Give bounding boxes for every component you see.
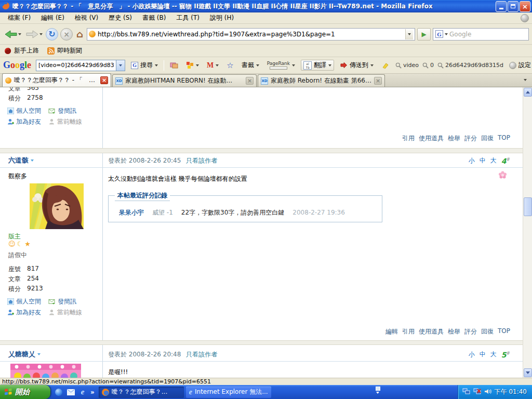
collapsed-toolbar-handle[interactable] [373, 387, 382, 397]
online-status: 當前離線 [48, 308, 82, 317]
scroll-down-button[interactable] [524, 368, 532, 377]
bookmark-star-button[interactable]: ☆ [224, 60, 235, 71]
home-button[interactable]: ⌂ [75, 29, 85, 39]
send-message-link[interactable]: 發簡訊 [48, 297, 76, 306]
google-search-combo[interactable] [36, 60, 125, 71]
report-link[interactable]: 檢舉 [448, 327, 460, 336]
menu-help[interactable]: 說明 (H) [205, 12, 238, 23]
tab-close-button[interactable]: × [100, 76, 108, 84]
search-engine-dropdown[interactable] [445, 33, 448, 35]
highlight-word-button[interactable]: 0 [422, 62, 434, 69]
apps-cube-button[interactable] [184, 60, 201, 70]
bookmark-latest-news[interactable]: 即時新聞 [47, 46, 82, 55]
font-small-link[interactable]: 小 [469, 156, 475, 165]
go-button[interactable]: ▶ [417, 28, 431, 41]
font-medium-link[interactable]: 中 [480, 350, 486, 359]
quick-launch-ie-icon[interactable]: e [78, 388, 87, 396]
menu-history[interactable]: 歷史 (S) [104, 12, 137, 23]
quick-launch-media-icon[interactable] [55, 388, 63, 396]
top-link[interactable]: TOP [498, 134, 510, 143]
highlight-word-button[interactable]: video [395, 62, 419, 69]
tab-reborn-hitman[interactable]: XD 家庭教師HITMAN REBORN! 在線動... × [112, 74, 257, 87]
menu-edit[interactable]: 編輯 (E) [36, 12, 69, 23]
gmail-button[interactable]: M [205, 60, 221, 71]
use-magic-link[interactable]: 使用道具 [419, 327, 444, 336]
author-username[interactable]: 乂糖糖乂 [8, 350, 41, 359]
only-author-link[interactable]: 只看該作者 [186, 156, 217, 165]
edit-link[interactable]: 編輯 [385, 327, 398, 336]
google-g-icon[interactable]: G [435, 30, 443, 38]
rate-link[interactable]: 評分 [464, 134, 477, 143]
reply-link[interactable]: 回復 [481, 327, 494, 336]
minimize-button[interactable] [496, 1, 507, 12]
taskbar-task-ie[interactable]: e Internet Explorer 無法... [186, 387, 271, 398]
tab-reborn-ep66[interactable]: XD 家庭教師 Reborn! 在線動畫 第66話 -... × [258, 74, 385, 87]
scroll-up-button[interactable] [524, 88, 532, 97]
web-search-input[interactable] [449, 31, 527, 38]
top-link[interactable]: TOP [498, 327, 510, 336]
send-to-button[interactable]: 傳送到 [338, 60, 376, 71]
forward-button[interactable] [24, 28, 44, 41]
profile-space-link[interactable]: 個人空間 [7, 297, 41, 306]
google-search-input[interactable] [36, 62, 116, 69]
search-history-dropdown[interactable] [116, 60, 125, 71]
use-magic-link[interactable]: 使用道具 [419, 134, 444, 143]
back-button[interactable] [3, 28, 22, 41]
report-link[interactable]: 檢舉 [448, 134, 460, 143]
menu-bookmarks[interactable]: 書籤 (B) [138, 12, 170, 23]
font-large-link[interactable]: 大 [490, 350, 497, 359]
font-large-link[interactable]: 大 [490, 156, 497, 165]
scrollbar-thumb[interactable] [524, 197, 532, 216]
author-username[interactable]: 六道骸 [8, 156, 34, 165]
search-box[interactable]: G [433, 28, 529, 41]
menu-tools[interactable]: 工具 (T) [171, 12, 204, 23]
volume-icon[interactable] [484, 388, 491, 396]
highlight-word-button[interactable]: 26d6429d69d8315d [437, 62, 503, 69]
reply-link[interactable]: 回復 [481, 134, 494, 143]
font-medium-link[interactable]: 中 [480, 156, 486, 165]
address-bar[interactable] [87, 28, 415, 41]
tab-close-button[interactable]: × [246, 77, 254, 85]
rate-flower-icon[interactable] [498, 170, 507, 181]
url-history-dropdown[interactable] [405, 29, 413, 39]
stop-button[interactable]: × [60, 28, 73, 41]
tab-current-thread[interactable]: 噯？？怎麼回事？？ - 「 意見... × [2, 73, 111, 87]
url-input[interactable] [98, 31, 403, 38]
highlighter-button[interactable] [379, 61, 392, 70]
rating-user-link[interactable]: 呆呆小宇 [119, 208, 144, 217]
menu-view[interactable]: 檢視 (V) [70, 12, 103, 23]
tab-list-dropdown[interactable] [521, 75, 530, 84]
rate-link[interactable]: 評分 [464, 327, 477, 336]
quote-link[interactable]: 引用 [402, 134, 415, 143]
taskbar-task-firefox[interactable]: 噯？？怎麼回事？... [99, 387, 184, 398]
profile-space-link[interactable]: 個人空間 [7, 107, 41, 115]
quick-launch-mail-icon[interactable] [66, 388, 75, 396]
photos-button[interactable] [168, 61, 180, 70]
menu-file[interactable]: 檔案 (F) [3, 12, 35, 23]
start-button[interactable]: 開始 [0, 385, 50, 399]
add-friend-link[interactable]: 加為好友 [7, 308, 41, 317]
only-author-link[interactable]: 只看該作者 [186, 350, 217, 359]
floor-number-link[interactable]: 4# [501, 157, 510, 165]
network-icon[interactable] [462, 388, 470, 396]
quote-link[interactable]: 引用 [402, 327, 415, 336]
restore-button[interactable] [508, 1, 518, 12]
bookmark-getting-started[interactable]: 新手上路 [4, 46, 39, 55]
toolbar-settings-button[interactable]: 設定 [507, 60, 532, 71]
reload-button[interactable]: ↻ [46, 28, 58, 41]
network-error-icon[interactable] [473, 388, 481, 396]
add-friend-link[interactable]: 加為好友 [7, 117, 41, 126]
quick-launch-overflow-chevron[interactable]: » [90, 389, 95, 396]
tab-close-button[interactable]: × [374, 77, 382, 85]
home-icon [7, 108, 14, 114]
window-titlebar[interactable]: 噯？？怎麼回事？？ - 「 意見分享 」 - 小政娛樂論壇 -- 寵物 II遊戲… [0, 0, 532, 12]
vertical-scrollbar[interactable] [523, 87, 532, 378]
close-button[interactable]: × [520, 1, 530, 12]
google-search-button[interactable]: G 搜尋 [129, 60, 160, 71]
floor-number-link[interactable]: 5# [501, 351, 510, 359]
send-message-link[interactable]: 發簡訊 [48, 107, 76, 115]
pagerank-button[interactable]: PageRank [265, 60, 297, 71]
translate-button[interactable]: aí7à 翻譯 [301, 60, 334, 71]
font-small-link[interactable]: 小 [469, 350, 475, 359]
gbookmarks-button[interactable]: 書籤 [240, 60, 261, 71]
